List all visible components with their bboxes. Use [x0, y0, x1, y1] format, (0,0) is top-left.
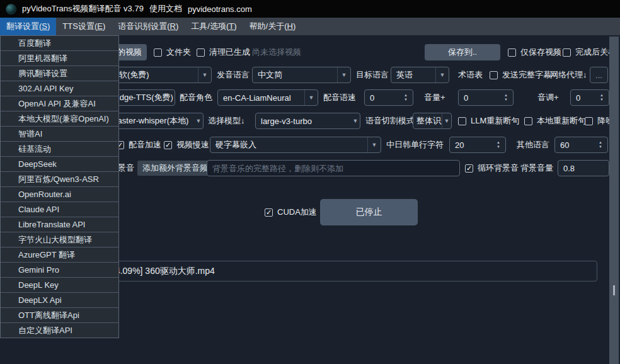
voice-rate-spinner[interactable]: 0 ▲▼ — [364, 89, 413, 106]
chevron-down-icon: ▼ — [367, 137, 381, 152]
menu-item-ali-bailian[interactable]: 阿里百炼/Qwen3-ASR — [1, 172, 118, 187]
checkbox-icon — [585, 117, 593, 125]
checkbox-icon — [154, 48, 162, 57]
voice-role-label: 配音角色 — [180, 89, 212, 106]
menu-help-about[interactable]: 帮助/关于(H) — [243, 18, 302, 35]
cjk-chars-label: 中日韩单行字符 — [386, 137, 444, 153]
translate-channel-select[interactable]: 微软(免费) ▼ — [105, 67, 212, 83]
recognition-channel-select[interactable]: faster-whisper(本地) ▼ — [110, 113, 204, 129]
menu-item-libretranslate[interactable]: LibreTranslate API — [1, 217, 118, 232]
voice-role-select[interactable]: en-CA-LiamNeural ▼ — [217, 89, 318, 106]
app-icon — [6, 4, 16, 14]
menu-item-302ai[interactable]: 302.AI API Key — [1, 81, 118, 96]
glossary-link[interactable]: 术语表 — [458, 67, 483, 83]
clean-generated-checkbox[interactable]: 清理已生成 — [197, 44, 250, 60]
checkbox-checked-icon — [265, 208, 273, 217]
source-language-label: 发音语言 — [217, 67, 250, 83]
bgm-volume-input[interactable] — [558, 160, 609, 176]
voice-rate-label: 配音语速 — [323, 89, 356, 106]
menu-item-deepl[interactable]: DeepL Key — [1, 278, 118, 293]
spin-up-icon: ▲ — [504, 93, 508, 98]
menu-item-deepseek[interactable]: DeepSeek — [1, 157, 118, 172]
menu-item-tencent[interactable]: 腾讯翻译设置 — [1, 66, 118, 81]
volume-spinner[interactable]: 0 ▲▼ — [458, 89, 514, 106]
spin-up-icon: ▲ — [404, 93, 408, 98]
checkbox-icon — [508, 48, 516, 57]
subtitle-embed-select[interactable]: 硬字幕嵌入 ▼ — [210, 137, 381, 153]
spin-down-icon: ▼ — [497, 145, 500, 149]
cuda-checkbox[interactable]: CUDA加速 — [265, 204, 317, 220]
spin-down-icon: ▼ — [504, 98, 508, 102]
add-bgm-button[interactable]: 添加额外背景音频 — [137, 161, 213, 176]
menu-item-deeplx[interactable]: DeepLX Api — [1, 293, 118, 308]
bgm-volume-label: 背景音量 — [520, 160, 553, 176]
spin-up-icon: ▲ — [599, 140, 602, 145]
menu-item-volcano[interactable]: 字节火山大模型翻译 — [1, 232, 118, 247]
pitch-label: 音调+ — [537, 89, 559, 106]
shutdown-after-checkbox[interactable]: 完成后关机 — [563, 44, 616, 60]
send-full-subtitle-checkbox[interactable]: 发送完整字幕 — [490, 67, 551, 83]
other-lang-label: 其他语言 — [517, 137, 549, 153]
menu-item-azuregpt[interactable]: AzureGPT 翻译 — [1, 247, 118, 263]
chevron-down-icon: ▼ — [435, 67, 449, 82]
pitch-spinner[interactable]: 0 ▲▼ — [570, 89, 609, 106]
chevron-down-icon: ▼ — [198, 67, 211, 82]
stopped-button[interactable]: 已停止 — [320, 199, 418, 225]
checkbox-checked-icon — [164, 141, 172, 149]
video-slow-checkbox[interactable]: 视频慢速 — [164, 137, 209, 153]
loop-bgm-checkbox[interactable]: 循环背景音 — [465, 160, 519, 176]
other-lang-spinner[interactable]: 60 ▲▼ — [554, 137, 608, 153]
menu-item-baidu[interactable]: 百度翻译 — [1, 36, 118, 51]
spin-up-icon: ▲ — [600, 93, 604, 98]
chevron-down-icon: ▼ — [442, 113, 451, 128]
menu-item-ott[interactable]: OTT离线翻译Api — [1, 308, 118, 323]
volume-label: 音量+ — [424, 89, 445, 106]
target-language-select[interactable]: 英语 ▼ — [391, 67, 449, 83]
save-to-button[interactable]: 保存到.. — [425, 44, 500, 60]
menu-tts-settings[interactable]: TTS设置(E) — [56, 18, 112, 35]
menu-bar: 翻译设置(S) TTS设置(E) 语音识别设置(R) 工具/选项(T) 帮助/关… — [0, 18, 620, 35]
cjk-chars-spinner[interactable]: 20 ▲▼ — [449, 137, 506, 153]
menu-item-gemini[interactable]: Gemini Pro — [1, 263, 118, 278]
select-model-label: 选择模型↓ — [208, 113, 245, 129]
menu-item-openrouter[interactable]: OpenRouter.ai — [1, 187, 118, 202]
voice-speedup-checkbox[interactable]: 配音加速 — [116, 137, 161, 153]
file-list-item[interactable]: [4.09%] 360驱动大师.mp4 — [113, 261, 215, 281]
menu-item-custom-api[interactable]: 自定义翻译API — [1, 323, 118, 338]
translate-settings-dropdown: 百度翻译 阿里机器翻译 腾讯翻译设置 302.AI API Key OpenAI… — [0, 35, 119, 338]
chevron-down-icon: ▼ — [351, 113, 360, 128]
spin-up-icon: ▲ — [497, 140, 500, 145]
chevron-down-icon: ▼ — [304, 90, 318, 105]
title-bar: pyVideoTrans视频翻译配音 v3.79 使用文档 pyvideotra… — [0, 0, 620, 18]
checkbox-checked-icon — [465, 164, 473, 173]
menu-item-ali-machine[interactable]: 阿里机器翻译 — [1, 51, 118, 66]
menu-item-claude[interactable]: Claude API — [1, 202, 118, 217]
local-resegment-checkbox[interactable]: 本地重新断句 — [524, 113, 586, 129]
spin-down-icon: ▼ — [599, 145, 602, 149]
bgm-path-input[interactable] — [207, 160, 460, 176]
menu-item-local-llm[interactable]: 本地大模型(兼容OpenAI) — [1, 111, 118, 127]
menu-translate-settings[interactable]: 翻译设置(S) — [0, 18, 56, 35]
checkbox-icon — [197, 48, 205, 57]
menu-item-openai[interactable]: OpenAI API 及兼容AI — [1, 96, 118, 111]
menu-item-siliconflow[interactable]: 硅基流动 — [1, 142, 118, 157]
llm-resegment-checkbox[interactable]: LLM重新断句 — [458, 113, 519, 129]
vertical-scrollbar[interactable] — [609, 37, 619, 364]
folder-checkbox[interactable]: 文件夹 — [154, 44, 191, 60]
scrollbar-handle[interactable] — [613, 285, 615, 295]
split-mode-label: 语音切割模式↓ — [365, 113, 419, 129]
split-mode-select[interactable]: 整体识别 ▼ — [413, 113, 452, 129]
menu-item-zhipu[interactable]: 智谱AI — [1, 127, 118, 142]
doc-link[interactable]: 使用文档 — [149, 3, 182, 14]
site-link[interactable]: pyvideotrans.com — [188, 4, 252, 14]
menu-recognition-settings[interactable]: 语音识别设置(R) — [112, 18, 185, 35]
menu-tools-options[interactable]: 工具/选项(T) — [185, 18, 243, 35]
only-save-video-checkbox[interactable]: 仅保存视频 — [508, 44, 561, 60]
spin-down-icon: ▼ — [600, 98, 604, 102]
checkbox-icon — [458, 117, 466, 125]
target-language-label: 目标语言 — [356, 67, 389, 83]
chevron-down-icon: ▼ — [337, 67, 350, 82]
model-select[interactable]: large-v3-turbo ▼ — [255, 113, 360, 129]
proxy-more-button[interactable]: ... — [590, 67, 608, 83]
source-language-select[interactable]: 中文简 ▼ — [252, 67, 351, 83]
